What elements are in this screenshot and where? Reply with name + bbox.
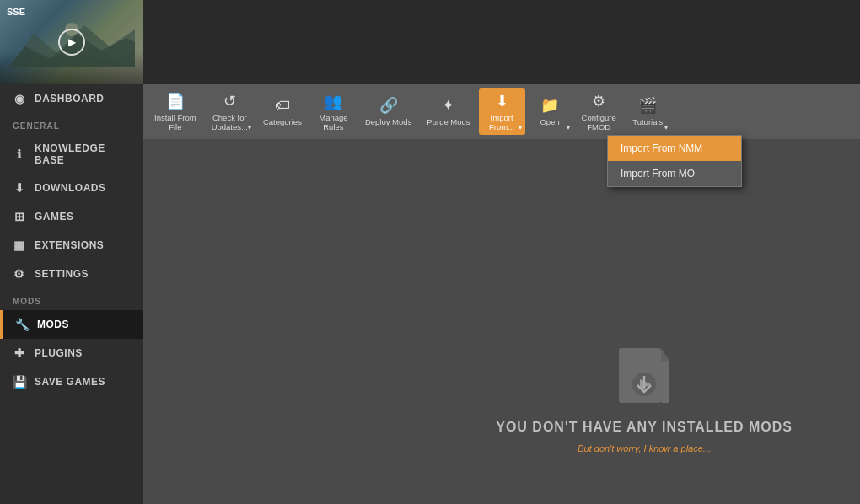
toolbar: 📄 Install FromFile ↺ Check forUpdates...…: [143, 84, 860, 139]
updates-icon: ↺: [223, 92, 236, 110]
mods-section-label: MODS: [0, 288, 143, 310]
manage-rules-button[interactable]: 👥 ManageRules: [310, 88, 357, 135]
deploy-icon: 🔗: [379, 96, 398, 115]
manage-rules-icon: 👥: [324, 92, 342, 110]
info-icon: ℹ: [13, 147, 26, 161]
extensions-icon: ▦: [13, 239, 26, 252]
mods-content: YOU DON'T HAVE ANY INSTALLED MODS But do…: [143, 139, 860, 504]
tutorials-arrow-icon: ▾: [664, 124, 668, 131]
save-games-icon: 💾: [13, 375, 26, 389]
open-button[interactable]: 📁 Open ▾: [527, 88, 573, 135]
sidebar-item-save-games[interactable]: 💾 SAVE GAMES: [0, 367, 143, 396]
open-arrow-icon: ▾: [567, 124, 570, 131]
plugins-icon: ✚: [13, 346, 26, 360]
sidebar-item-downloads[interactable]: ⬇ DOWNLOADS: [0, 174, 143, 202]
sidebar-item-plugins[interactable]: ✚ PLUGINS: [0, 339, 143, 367]
tutorials-icon: 🎬: [638, 96, 657, 115]
deploy-mods-button[interactable]: 🔗 Deploy Mods: [358, 88, 418, 135]
configure-fmod-button[interactable]: ⚙ ConfigureFMOD: [575, 88, 623, 135]
check-for-updates-button[interactable]: ↺ Check forUpdates... ▾: [205, 88, 255, 135]
sidebar-item-dashboard[interactable]: ◉ DASHBOARD: [0, 84, 143, 113]
purge-icon: ✦: [442, 96, 454, 115]
empty-state-subtitle: But don't worry, I know a place...: [578, 443, 711, 453]
play-button[interactable]: ▶: [58, 29, 85, 56]
empty-icon: [615, 344, 674, 411]
import-from-mo-item[interactable]: Import From MO: [608, 161, 741, 186]
download-icon: ⬇: [13, 181, 26, 195]
tutorials-button[interactable]: 🎬 Tutorials ▾: [625, 88, 671, 135]
categories-icon: 🏷: [275, 97, 290, 115]
configure-icon: ⚙: [592, 92, 605, 110]
purge-mods-button[interactable]: ✦ Purge Mods: [420, 88, 476, 135]
game-banner[interactable]: ▶ SSE: [0, 0, 143, 84]
sidebar-item-settings[interactable]: ⚙ SETTINGS: [0, 260, 143, 288]
install-icon: 📄: [166, 92, 185, 110]
import-from-nmm-item[interactable]: Import From NMM: [608, 136, 741, 161]
sidebar-item-extensions[interactable]: ▦ EXTENSIONS: [0, 231, 143, 260]
settings-icon: ⚙: [13, 267, 26, 281]
games-icon: ⊞: [13, 210, 26, 223]
updates-arrow-icon: ▾: [248, 124, 251, 131]
install-from-file-button[interactable]: 📄 Install FromFile: [148, 88, 203, 135]
content-area: 📄 Install FromFile ↺ Check forUpdates...…: [143, 84, 860, 504]
sidebar-item-mods[interactable]: 🔧 MODS: [0, 310, 143, 339]
sidebar-item-knowledge-base[interactable]: ℹ KNOWLEDGE BASE: [0, 135, 143, 174]
import-from-button[interactable]: ⬇ ImportFrom... ▾: [479, 88, 525, 135]
import-icon: ⬇: [496, 92, 508, 110]
sidebar-item-games[interactable]: ⊞ GAMES: [0, 202, 143, 231]
empty-state-title: YOU DON'T HAVE ANY INSTALLED MODS: [496, 420, 793, 435]
main-layout: ◉ DASHBOARD GENERAL ℹ KNOWLEDGE BASE ⬇ D…: [0, 84, 860, 504]
open-icon: 📁: [540, 96, 559, 115]
empty-state: YOU DON'T HAVE ANY INSTALLED MODS But do…: [496, 344, 793, 453]
dashboard-icon: ◉: [13, 92, 26, 105]
mods-icon: 🔧: [15, 318, 29, 331]
categories-button[interactable]: 🏷 Categories: [256, 88, 309, 135]
sidebar: ◉ DASHBOARD GENERAL ℹ KNOWLEDGE BASE ⬇ D…: [0, 84, 143, 504]
import-dropdown-menu: Import From NMM Import From MO: [607, 135, 742, 187]
import-arrow-icon: ▾: [519, 124, 522, 131]
header-banner: ▶ SSE: [0, 0, 860, 84]
general-section-label: GENERAL: [0, 113, 143, 135]
svg-marker-4: [661, 348, 669, 361]
game-label: SSE: [7, 7, 25, 17]
svg-rect-5: [661, 361, 669, 403]
